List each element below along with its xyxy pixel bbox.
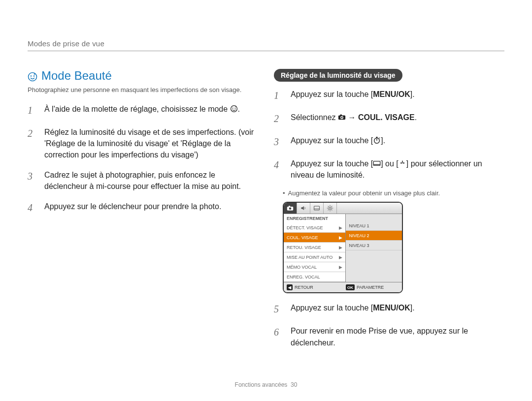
beauty-mode-icon (28, 71, 37, 81)
menu-row: MÉMO VOCAL▶ (284, 262, 345, 272)
svg-point-4 (232, 107, 233, 108)
menu-foot-back: ◀RETOUR (284, 282, 343, 292)
svg-line-13 (379, 138, 380, 138)
svg-point-9 (341, 117, 343, 118)
menu-row: RETOU. VISAGE▶ (284, 243, 345, 252)
list-item: 4Appuyez sur la touche [] ou [] pour sél… (274, 158, 504, 181)
page-footer: Fonctions avancées 30 (0, 381, 532, 388)
list-item: 4Appuyez sur le déclencheur pour prendre… (28, 201, 258, 215)
svg-point-2 (33, 75, 35, 77)
menu-row: DÉTECT. VISAGE▶ (284, 223, 345, 233)
left-column: Mode Beauté Photographiez une personne e… (28, 69, 258, 357)
svg-line-26 (328, 206, 329, 207)
right-column: Réglage de la luminosité du visage 1Appu… (274, 69, 504, 357)
macro-icon (399, 159, 406, 167)
svg-point-5 (234, 107, 235, 108)
camera-menu-graphic: ENREGISTREMENT DÉTECT. VISAGE▶ COUL. VIS… (283, 202, 403, 293)
menu-tab-display-icon (310, 203, 324, 214)
list-item: 1Appuyez sur la touche [MENU/OK]. (274, 89, 504, 103)
menu-option: NIVEAU 3 (346, 241, 402, 250)
svg-rect-7 (340, 115, 342, 116)
menu-tab-sound-icon (297, 203, 310, 214)
svg-point-3 (231, 105, 237, 112)
svg-rect-11 (376, 137, 378, 138)
menu-row: ENREG. VOCAL (284, 272, 345, 282)
svg-line-27 (332, 210, 332, 211)
svg-rect-17 (289, 206, 290, 207)
menu-tab-settings-icon (324, 203, 337, 214)
menu-option-selected: NIVEAU 2 (346, 231, 402, 241)
menu-option: NIVEAU 1 (346, 221, 402, 231)
intro-text: Photographiez une personne en masquant l… (28, 86, 258, 94)
menu-row-selected: COUL. VISAGE▶ (284, 233, 345, 243)
list-item: 5Appuyez sur la touche [MENU/OK]. (274, 302, 504, 316)
camera-icon (338, 113, 346, 121)
list-item: 1À l'aide de la molette de réglage, choi… (28, 103, 258, 118)
svg-point-0 (29, 73, 37, 81)
svg-rect-14 (373, 161, 380, 166)
menu-tab-camera-icon (284, 203, 297, 214)
list-item: 2Réglez la luminosité du visage et de se… (28, 126, 258, 161)
left-steps: 1À l'aide de la molette de réglage, choi… (28, 103, 258, 216)
breadcrumb: Modes de prise de vue (28, 39, 504, 51)
svg-point-21 (329, 207, 332, 210)
list-item: 3Cadrez le sujet à photographier, puis e… (28, 169, 258, 192)
list-item: 2Sélectionnez → COUL. VISAGE. (274, 112, 504, 126)
section-pill: Réglage de la luminosité du visage (274, 69, 402, 82)
list-item: 6Pour revenir en mode Prise de vue, appu… (274, 325, 504, 348)
svg-line-29 (332, 206, 332, 207)
display-icon (373, 159, 381, 167)
svg-point-1 (31, 75, 32, 77)
page-title: Mode Beauté (28, 69, 258, 83)
right-steps: 1Appuyez sur la touche [MENU/OK]. 2Sélec… (274, 89, 504, 181)
menu-heading: ENREGISTREMENT (284, 214, 345, 223)
svg-line-28 (328, 210, 329, 211)
note-text: •Augmentez la valeur pour obtenir un vis… (283, 189, 504, 197)
menu-foot-ok: OKPARAMETRE (343, 282, 402, 292)
right-steps-cont: 5Appuyez sur la touche [MENU/OK]. 6Pour … (274, 302, 504, 348)
beauty-mode-icon (230, 104, 238, 112)
svg-rect-19 (314, 206, 320, 210)
svg-point-18 (289, 208, 292, 210)
menu-row: MISE AU POINT AUTO▶ (284, 252, 345, 262)
list-item: 3Appuyez sur la touche []. (274, 135, 504, 149)
self-timer-icon (373, 136, 381, 144)
